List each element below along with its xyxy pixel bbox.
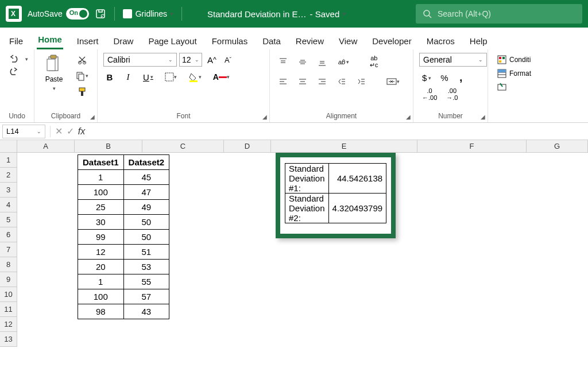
percent-format-button[interactable]: %	[438, 71, 451, 84]
comma-format-button[interactable]: ,	[455, 70, 467, 86]
clipboard-launcher-icon[interactable]: ◢	[90, 114, 95, 120]
row-header[interactable]: 12	[0, 317, 17, 332]
cell[interactable]: 99	[78, 230, 124, 245]
align-middle-button[interactable]	[295, 56, 310, 68]
excel-app-icon[interactable]: X	[6, 6, 22, 22]
font-size-select[interactable]: 12⌄	[179, 53, 202, 67]
increase-font-button[interactable]: A^	[204, 53, 219, 67]
font-color-button[interactable]: A▾	[210, 71, 233, 83]
tab-home[interactable]: Home	[37, 31, 63, 49]
column-header[interactable]: F	[417, 140, 527, 152]
decrease-decimal-button[interactable]: .00→.0	[443, 86, 461, 103]
tab-developer[interactable]: Developer	[371, 33, 412, 49]
cell[interactable]: 55	[123, 274, 169, 289]
select-all-corner[interactable]	[0, 140, 17, 152]
tab-draw[interactable]: Draw	[112, 33, 134, 49]
row-header[interactable]: 13	[0, 332, 17, 347]
row-header[interactable]: 3	[0, 183, 17, 198]
gridlines-checkbox[interactable]	[123, 9, 132, 18]
conditional-formatting-button[interactable]: Conditi	[494, 53, 533, 67]
bold-button[interactable]: B	[103, 71, 116, 84]
align-center-button[interactable]	[295, 75, 310, 88]
align-right-button[interactable]	[315, 75, 330, 88]
accounting-format-button[interactable]: $▾	[419, 71, 434, 84]
tab-insert[interactable]: Insert	[76, 33, 100, 49]
formula-input[interactable]	[87, 125, 588, 138]
wrap-text-button[interactable]: ab↵c	[367, 53, 381, 71]
fill-color-button[interactable]: ▾	[185, 70, 204, 84]
cell[interactable]: 98	[78, 304, 124, 319]
redo-button[interactable]	[6, 65, 23, 78]
row-header[interactable]: 6	[0, 227, 17, 242]
undo-button[interactable]	[6, 53, 23, 65]
tab-file[interactable]: File	[8, 33, 24, 49]
tab-data[interactable]: Data	[261, 33, 282, 49]
cell[interactable]: 50	[123, 230, 169, 245]
cell[interactable]: 1	[78, 274, 124, 289]
column-header[interactable]: D	[224, 140, 271, 152]
worksheet[interactable]: ABCDEFG 12345678910111213 Dataset1 Datas…	[0, 140, 588, 383]
cell[interactable]: 47	[123, 185, 169, 200]
column-header[interactable]: E	[271, 140, 417, 152]
alignment-launcher-icon[interactable]: ◢	[406, 114, 411, 120]
data-table[interactable]: Dataset1 Dataset2 1451004725493050995012…	[78, 154, 169, 319]
cell[interactable]: 100	[78, 289, 124, 304]
paste-button[interactable]: Paste ▾	[40, 53, 68, 93]
merge-center-button[interactable]: ▾	[384, 75, 403, 88]
cut-button[interactable]	[72, 53, 91, 67]
orientation-button[interactable]: ab▾	[334, 56, 352, 68]
name-box[interactable]: L14⌄	[2, 125, 45, 138]
row-header[interactable]: 11	[0, 302, 17, 317]
column-header[interactable]: A	[17, 140, 75, 152]
cell[interactable]: 57	[123, 289, 169, 304]
italic-button[interactable]: I	[122, 71, 134, 84]
decrease-font-button[interactable]: Aˇ	[222, 53, 234, 66]
search-input[interactable]: Search (Alt+Q)	[416, 4, 582, 24]
column-header[interactable]: G	[527, 140, 588, 152]
tab-formulas[interactable]: Formulas	[211, 33, 249, 49]
decrease-indent-button[interactable]	[334, 75, 349, 88]
row-header[interactable]: 1	[0, 153, 17, 168]
increase-indent-button[interactable]	[354, 75, 369, 88]
increase-decimal-button[interactable]: .0←.00	[419, 86, 440, 103]
cell[interactable]: 43	[123, 304, 169, 319]
copy-button[interactable]: ▾	[72, 69, 91, 83]
cell[interactable]: 45	[123, 170, 169, 185]
enter-formula-icon[interactable]: ✓	[64, 126, 76, 137]
format-as-table-button[interactable]: Format	[494, 67, 534, 80]
row-header[interactable]: 8	[0, 257, 17, 272]
cell[interactable]: 25	[78, 200, 124, 215]
cell[interactable]: 12	[78, 245, 124, 260]
align-bottom-button[interactable]	[315, 56, 330, 68]
table-header[interactable]: Dataset2	[123, 155, 169, 170]
font-name-select[interactable]: Calibri⌄	[103, 53, 177, 67]
number-format-select[interactable]: General⌄	[419, 53, 487, 67]
font-launcher-icon[interactable]: ◢	[262, 114, 267, 120]
align-top-button[interactable]	[276, 56, 291, 68]
cell[interactable]: 53	[123, 260, 169, 274]
results-table[interactable]: Standard Deviation #1: 44.5426138 Standa…	[285, 163, 386, 223]
autosave-toggle[interactable]: AutoSave On	[28, 8, 89, 20]
align-left-button[interactable]	[276, 75, 291, 88]
gridlines-dropdown[interactable]: Gridlines ▾	[123, 9, 173, 18]
cell[interactable]: 51	[123, 245, 169, 260]
table-header[interactable]: Dataset1	[78, 155, 124, 170]
cancel-formula-icon[interactable]: ✕	[53, 126, 64, 137]
row-header[interactable]: 9	[0, 272, 17, 287]
column-header[interactable]: B	[75, 140, 142, 152]
underline-button[interactable]: U▾	[140, 71, 156, 84]
borders-button[interactable]: ▾	[162, 71, 180, 83]
cell[interactable]: 50	[123, 215, 169, 230]
row-header[interactable]: 4	[0, 198, 17, 212]
tab-macros[interactable]: Macros	[425, 33, 456, 49]
cell[interactable]: 100	[78, 185, 124, 200]
tab-view[interactable]: View	[338, 33, 358, 49]
tab-review[interactable]: Review	[295, 33, 325, 49]
cell[interactable]: 1	[78, 170, 124, 185]
save-icon[interactable]	[95, 8, 106, 20]
tab-help[interactable]: Help	[469, 33, 489, 49]
row-header[interactable]: 7	[0, 242, 17, 257]
number-launcher-icon[interactable]: ◢	[481, 114, 485, 120]
cell[interactable]: 20	[78, 260, 124, 274]
document-title[interactable]: Standard Deviation in E… - Saved ▾	[207, 9, 346, 19]
